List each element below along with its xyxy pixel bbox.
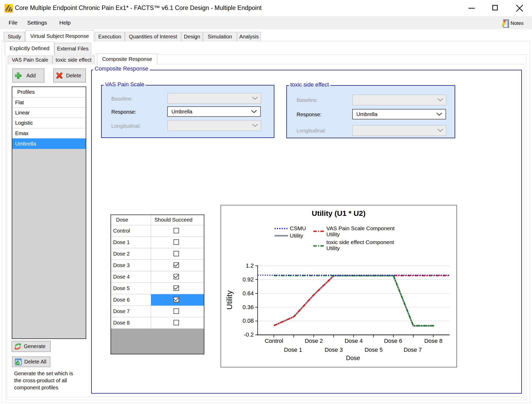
svg-text:Dose: Dose bbox=[346, 355, 360, 361]
svg-text:Utility (U1 * U2): Utility (U1 * U2) bbox=[312, 209, 366, 217]
svg-text:0.36: 0.36 bbox=[242, 304, 254, 310]
svg-text:Dose 4: Dose 4 bbox=[345, 338, 363, 344]
svg-text:1.2: 1.2 bbox=[246, 262, 254, 269]
svg-text:Dose 5: Dose 5 bbox=[365, 347, 383, 353]
svg-text:0.64: 0.64 bbox=[242, 290, 254, 297]
svg-text:0.08: 0.08 bbox=[242, 318, 254, 324]
svg-text:Dose 7: Dose 7 bbox=[404, 347, 422, 353]
svg-text:Utility: Utility bbox=[225, 290, 234, 309]
svg-text:Dose 3: Dose 3 bbox=[325, 347, 343, 353]
svg-text:VAS Pain Scale Component: VAS Pain Scale Component bbox=[326, 225, 395, 231]
svg-text:toxic side effect Component: toxic side effect Component bbox=[326, 239, 394, 245]
svg-text:0.92: 0.92 bbox=[242, 276, 254, 283]
svg-text:-0.2: -0.2 bbox=[244, 331, 254, 338]
svg-text:Utility: Utility bbox=[290, 233, 303, 239]
svg-text:Dose 8: Dose 8 bbox=[424, 338, 443, 344]
svg-text:Dose 1: Dose 1 bbox=[284, 347, 302, 353]
svg-text:Dose 2: Dose 2 bbox=[305, 338, 323, 344]
svg-text:CSMU: CSMU bbox=[290, 225, 306, 231]
svg-text:Utility: Utility bbox=[326, 245, 340, 251]
svg-text:Dose 6: Dose 6 bbox=[384, 338, 402, 344]
svg-text:Control: Control bbox=[265, 338, 283, 344]
svg-text:Utility: Utility bbox=[326, 231, 340, 237]
